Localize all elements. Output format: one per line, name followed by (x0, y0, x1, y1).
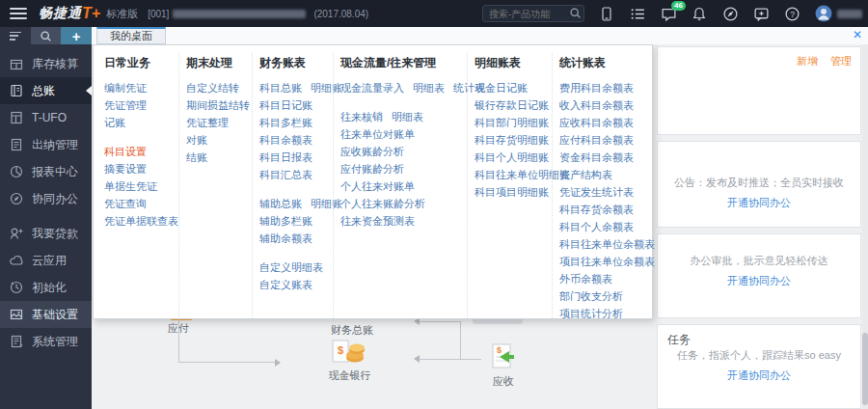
sidebar-item-tufo[interactable]: T-UFO (0, 104, 92, 131)
menu-item[interactable]: 记账 (104, 117, 125, 128)
scrollbar-track[interactable] (862, 44, 868, 409)
open-collaboration-link[interactable]: 开通协同办公 (658, 196, 860, 210)
close-icon[interactable]: ✕ (853, 28, 862, 41)
menu-item[interactable]: 资产结构表 (559, 169, 612, 180)
compass-icon[interactable] (722, 6, 739, 22)
menu-item[interactable]: 科目项目明细账 (475, 186, 549, 198)
list-icon[interactable] (630, 6, 646, 22)
user-menu[interactable] (815, 5, 862, 22)
cash-bank-icon[interactable]: $ (331, 339, 367, 370)
add-button[interactable]: + (61, 27, 92, 44)
filter-icon[interactable] (0, 27, 31, 44)
menu-item[interactable]: 往来单位对账单 (340, 128, 415, 140)
phone-icon[interactable] (599, 6, 615, 22)
sidebar-item-init[interactable]: 初始化 (0, 274, 92, 301)
menu-item[interactable]: 项目统计分析 (559, 308, 623, 319)
menu-row: 费用科目余额表 (559, 79, 649, 96)
menu-item[interactable]: 应付科目余额表 (559, 134, 634, 146)
menu-item[interactable]: 科目总账 (259, 82, 302, 94)
menu-item[interactable]: 往来核销 (340, 111, 383, 123)
sidebar-item-loan[interactable]: 我要贷款 (0, 220, 92, 247)
menu-item[interactable]: 科目日记账 (259, 99, 312, 111)
sidebar-item-cashier[interactable]: 出纳管理 (0, 131, 92, 158)
sidebar-item-report[interactable]: 报表中心 (0, 158, 92, 185)
menu-item[interactable]: 收入科目余额表 (559, 99, 634, 111)
menu-item[interactable]: 科目多栏账 (259, 117, 312, 128)
menu-item[interactable]: 科目汇总表 (259, 169, 312, 180)
menu-item[interactable]: 自定义账表 (259, 279, 312, 290)
menu-item[interactable]: 科目日报表 (259, 151, 312, 163)
menu-item[interactable]: 自定义明细表 (259, 261, 323, 273)
sidebar-item-system[interactable]: 系统管理 (0, 328, 92, 355)
menu-item[interactable]: 应收账龄分析 (340, 146, 404, 157)
menu-row: 凭证整理 (186, 114, 245, 131)
menu-item[interactable]: 辅助多栏账 (259, 215, 312, 227)
menu-item[interactable]: 科目存货明细账 (475, 134, 549, 146)
menu-item[interactable]: 辅助总账 (259, 198, 302, 209)
menu-item[interactable]: 凭证发生统计表 (559, 186, 634, 198)
help-icon[interactable]: ? (784, 6, 800, 22)
menu-item[interactable]: 现金日记账 (475, 82, 528, 94)
sidebar-item-cloud[interactable]: 云应用 (0, 247, 92, 274)
menu-item[interactable]: 银行存款日记账 (475, 99, 549, 111)
menu-item[interactable]: 科目余额表 (259, 134, 312, 146)
sidebar-item-inventory[interactable]: 库存核算 (0, 50, 92, 77)
menu-item[interactable]: 项目往来单位余额表 (559, 256, 655, 267)
menu-item[interactable]: 凭证管理 (104, 99, 147, 111)
menu-item[interactable]: 应付账龄分析 (340, 163, 404, 175)
feedback-icon[interactable] (753, 6, 770, 22)
sidebar-menu: 库存核算总账T-UFO出纳管理报表中心协同办公我要贷款云应用初始化基础设置系统管… (0, 44, 92, 355)
menu-item[interactable]: 自定义结转 (186, 82, 239, 94)
menu-item[interactable]: 编制凭证 (104, 82, 147, 94)
menu-item[interactable]: 结账 (186, 151, 207, 163)
main-menu-icon[interactable] (10, 8, 27, 19)
menu-item[interactable]: 凭证查询 (104, 198, 147, 209)
menu-item[interactable]: 现金流量录入 (340, 82, 404, 94)
open-collaboration-link[interactable]: 开通协同办公 (658, 368, 860, 383)
menu-item[interactable]: 单据生凭证 (104, 180, 157, 192)
node-receivable[interactable]: 应收 (487, 374, 520, 389)
tab-my-desktop[interactable]: 我的桌面 (96, 27, 166, 44)
menu-item[interactable]: 部门收支分析 (559, 290, 623, 302)
menu-item[interactable]: 个人往来对账单 (340, 180, 415, 192)
node-payable[interactable]: 应付 (157, 321, 200, 336)
menu-item[interactable]: 资金科目余额表 (559, 151, 634, 163)
chat-count-badge: 46 (671, 1, 686, 11)
menu-item[interactable]: 个人往来账龄分析 (340, 198, 425, 209)
menu-item[interactable]: 明细表 (392, 111, 423, 123)
menu-item[interactable]: 科目设置 (104, 146, 147, 157)
sidebar-item-collaboration[interactable]: 协同办公 (0, 185, 92, 212)
menu-item[interactable]: 凭证整理 (186, 117, 229, 128)
scrollbar-thumb[interactable] (862, 333, 868, 405)
add-link[interactable]: 新增 (797, 55, 818, 67)
bell-icon[interactable] (692, 6, 708, 22)
menu-item[interactable]: 科目存货余额表 (559, 204, 634, 215)
menu-item[interactable]: 外币余额表 (559, 273, 612, 285)
search-icon[interactable] (569, 7, 582, 19)
manage-link[interactable]: 管理 (830, 55, 852, 67)
menu-item[interactable]: 科目个人明细账 (475, 151, 549, 163)
sidebar-item-settings[interactable]: 基础设置 (0, 301, 92, 328)
node-cash-bank[interactable]: 现金银行 (323, 368, 376, 383)
menu-item[interactable]: 凭证单据联查表 (104, 215, 178, 227)
chat-icon[interactable]: 46 (661, 6, 677, 22)
menu-item[interactable]: 摘要设置 (104, 163, 147, 175)
menu-item[interactable]: 明细表 (413, 82, 445, 94)
menu-item[interactable]: 科目往来单位余额表 (559, 238, 655, 250)
svg-text:?: ? (790, 9, 795, 18)
receivable-icon[interactable]: $ (485, 343, 520, 373)
menu-item[interactable]: 应收科目余额表 (559, 117, 634, 128)
open-collaboration-link[interactable]: 开通协同办公 (658, 274, 860, 288)
menu-row: 科目余额表 (259, 131, 326, 149)
menu-item[interactable]: 科目部门明细账 (475, 117, 549, 128)
menu-item[interactable]: 科目个人余额表 (559, 221, 634, 232)
sidebar-item-ledger[interactable]: 总账 (0, 77, 92, 104)
menu-item[interactable]: 对账 (186, 134, 207, 146)
menu-row: 凭证单据联查表 (104, 212, 172, 230)
sidebar-search-icon[interactable] (31, 27, 62, 44)
menu-item[interactable]: 期间损益结转 (186, 99, 250, 111)
menu-item[interactable]: 费用科目余额表 (559, 82, 634, 94)
menu-item[interactable]: 往来资金预测表 (340, 215, 415, 227)
node-general-ledger[interactable]: 财务总账 (318, 323, 386, 338)
menu-item[interactable]: 辅助余额表 (259, 232, 312, 244)
